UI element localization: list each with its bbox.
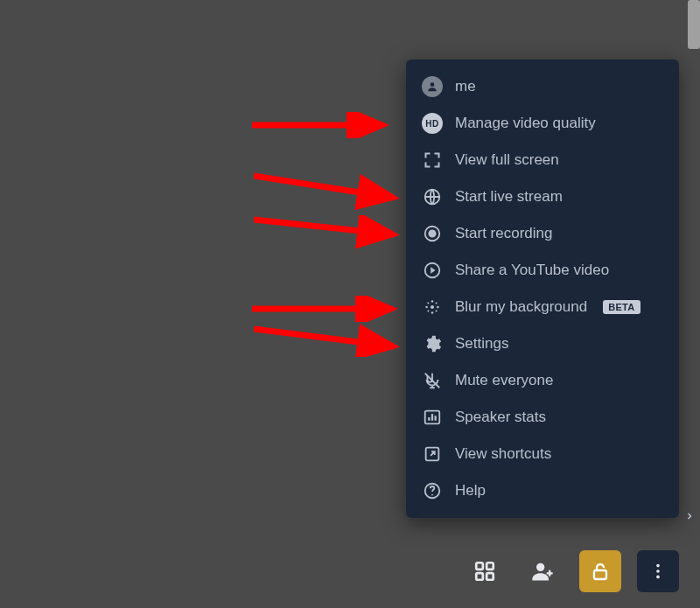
hd-icon: HD bbox=[422, 113, 443, 134]
svg-point-9 bbox=[437, 306, 439, 309]
svg-rect-19 bbox=[476, 563, 483, 570]
menu-item-help[interactable]: Help bbox=[406, 472, 679, 509]
menu-item-share-youtube[interactable]: Share a YouTube video bbox=[406, 252, 679, 289]
svg-point-18 bbox=[431, 494, 433, 496]
more-actions-button[interactable] bbox=[637, 550, 679, 592]
menu-item-me[interactable]: me bbox=[406, 68, 679, 105]
menu-item-blur-background[interactable]: Blur my background BETA bbox=[406, 289, 679, 325]
svg-point-5 bbox=[430, 305, 434, 309]
svg-line-30 bbox=[254, 176, 394, 198]
menu-label: Speaker stats bbox=[455, 409, 546, 426]
menu-label: me bbox=[455, 78, 476, 95]
menu-item-start-recording[interactable]: Start recording bbox=[406, 215, 679, 252]
fullscreen-icon bbox=[422, 150, 443, 171]
menu-label: View shortcuts bbox=[455, 445, 551, 463]
svg-line-31 bbox=[254, 220, 394, 234]
svg-point-26 bbox=[656, 564, 660, 568]
svg-rect-25 bbox=[594, 570, 606, 579]
svg-point-3 bbox=[429, 230, 435, 236]
security-button[interactable] bbox=[579, 550, 621, 592]
record-icon bbox=[422, 223, 443, 244]
more-actions-menu: me HD Manage video quality View full scr… bbox=[406, 59, 679, 518]
svg-point-23 bbox=[536, 563, 544, 571]
beta-badge: BETA bbox=[603, 300, 640, 314]
menu-item-view-shortcuts[interactable]: View shortcuts bbox=[406, 436, 679, 472]
svg-point-13 bbox=[436, 311, 438, 312]
menu-label: Start recording bbox=[455, 225, 553, 242]
globe-icon bbox=[422, 186, 443, 207]
menu-label: Start live stream bbox=[455, 188, 563, 206]
menu-label: Share a YouTube video bbox=[455, 262, 609, 279]
svg-rect-22 bbox=[486, 573, 494, 580]
scrollbar-thumb[interactable] bbox=[688, 0, 700, 49]
svg-point-10 bbox=[427, 302, 429, 304]
annotation-arrow bbox=[254, 171, 402, 215]
svg-rect-21 bbox=[476, 573, 483, 580]
menu-label: Blur my background bbox=[455, 298, 587, 316]
svg-point-12 bbox=[427, 311, 429, 312]
menu-label: Mute everyone bbox=[455, 372, 553, 389]
bottom-toolbar bbox=[464, 550, 679, 592]
menu-item-mute-everyone[interactable]: Mute everyone bbox=[406, 362, 679, 399]
svg-point-8 bbox=[425, 306, 428, 309]
mute-all-icon bbox=[422, 370, 443, 391]
menu-label: View full screen bbox=[455, 151, 559, 169]
svg-rect-20 bbox=[486, 563, 494, 570]
stats-icon bbox=[422, 407, 443, 428]
annotation-arrow bbox=[252, 112, 392, 138]
svg-point-28 bbox=[656, 576, 660, 579]
svg-point-27 bbox=[656, 570, 660, 573]
svg-point-0 bbox=[430, 82, 435, 87]
help-icon bbox=[422, 480, 443, 501]
menu-label: Manage video quality bbox=[455, 115, 596, 132]
avatar-icon bbox=[422, 76, 443, 97]
svg-point-6 bbox=[431, 300, 434, 303]
svg-point-7 bbox=[431, 311, 434, 314]
menu-label: Help bbox=[455, 482, 486, 500]
gear-icon bbox=[422, 333, 443, 354]
menu-item-live-stream[interactable]: Start live stream bbox=[406, 178, 679, 215]
menu-item-speaker-stats[interactable]: Speaker stats bbox=[406, 399, 679, 436]
annotation-arrow bbox=[254, 322, 402, 357]
menu-item-settings[interactable]: Settings bbox=[406, 325, 679, 362]
menu-item-video-quality[interactable]: HD Manage video quality bbox=[406, 105, 679, 142]
invite-button[interactable] bbox=[522, 550, 564, 592]
annotation-arrow bbox=[254, 215, 402, 250]
menu-item-fullscreen[interactable]: View full screen bbox=[406, 142, 679, 178]
tile-view-button[interactable] bbox=[464, 550, 506, 592]
annotation-arrow bbox=[252, 296, 401, 322]
chevron-right-icon bbox=[684, 509, 695, 523]
play-circle-icon bbox=[422, 260, 443, 281]
blur-icon bbox=[422, 297, 443, 318]
shortcuts-icon bbox=[422, 444, 443, 465]
menu-label: Settings bbox=[455, 335, 508, 353]
svg-point-11 bbox=[436, 302, 438, 304]
svg-line-33 bbox=[254, 329, 394, 346]
